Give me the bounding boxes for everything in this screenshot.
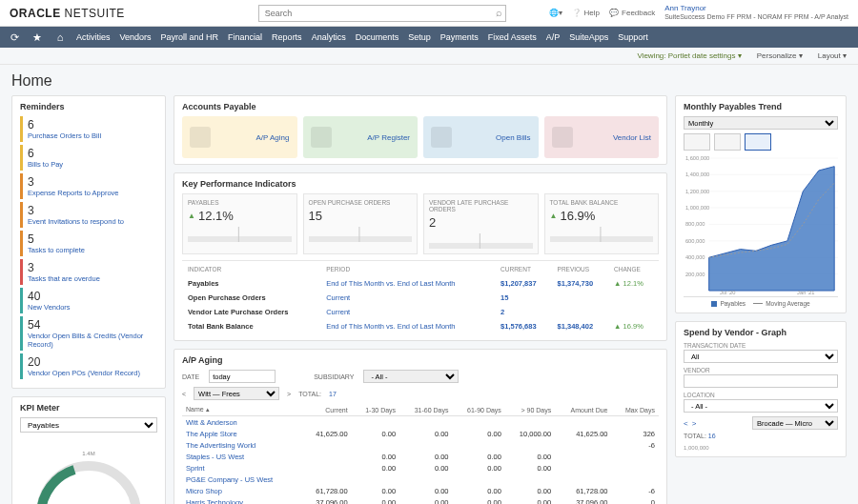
aging-row[interactable]: PG&E Company - US West [182, 474, 659, 485]
star-icon[interactable]: ★ [31, 31, 44, 44]
nav-fixed-assets[interactable]: Fixed Assets [488, 32, 537, 42]
kpi-card: TOTAL BANK BALANCE16.9% [544, 193, 660, 254]
ap-title: Accounts Payable [182, 102, 659, 111]
feedback-link[interactable]: 💬 Feedback [609, 9, 655, 17]
ap-card-icon [190, 127, 211, 148]
reminder-item[interactable]: 54Vendor Open Bills & Credits (Vendor Re… [20, 316, 157, 351]
aging-table: Name ▴Current1-30 Days31-60 Days61-90 Da… [182, 404, 659, 504]
reminder-item[interactable]: 5Tasks to complete [20, 231, 157, 256]
kpi-table: INDICATORPERIODCURRENTPREVIOUSCHANGE Pay… [182, 260, 659, 334]
spend-range[interactable]: Brocade — Micro [752, 416, 838, 430]
trend-tab-3[interactable] [745, 133, 771, 151]
col-right: Monthly Payables Trend Monthly 200,00040… [675, 95, 847, 504]
spend-next[interactable]: > [692, 419, 697, 428]
nav-support[interactable]: Support [618, 32, 648, 42]
trend-tabs [684, 133, 838, 151]
nav-payroll[interactable]: Payroll and HR [161, 32, 219, 42]
reminder-item[interactable]: 6Bills to Pay [20, 145, 157, 171]
ap-card[interactable]: A/P Register [303, 116, 419, 158]
nav-financial[interactable]: Financial [228, 32, 262, 42]
aging-next[interactable]: > [287, 391, 291, 397]
reminder-item[interactable]: 3Expense Reports to Approve [20, 173, 157, 199]
kpi-card: PAYABLES12.1% [182, 193, 297, 254]
trend-period-select[interactable]: Monthly [684, 116, 838, 130]
svg-text:Jan '21: Jan '21 [797, 290, 814, 295]
recent-icon[interactable]: ⟳ [8, 31, 21, 44]
svg-text:1,600,000: 1,600,000 [685, 155, 710, 161]
svg-text:800,000: 800,000 [685, 221, 705, 227]
help-link[interactable]: ❔ Help [572, 9, 600, 17]
topbar: ORACLE NETSUITE ⌕ 🌐▾ ❔ Help 💬 Feedback A… [0, 0, 858, 27]
nav-analytics[interactable]: Analytics [312, 32, 346, 42]
aging-row[interactable]: Micro Shop61,728.000.000.000.000.0061,72… [182, 485, 659, 496]
globe-icon[interactable]: 🌐▾ [549, 9, 562, 17]
trend-portlet: Monthly Payables Trend Monthly 200,00040… [675, 95, 847, 313]
nav-reports[interactable]: Reports [272, 32, 302, 42]
user-block[interactable]: Ann Traynor SuiteSuccess Demo FF PRM - N… [664, 5, 848, 20]
svg-text:1,400,000: 1,400,000 [685, 171, 710, 177]
reminders-portlet: Reminders 6Purchase Orders to Bill6Bills… [11, 95, 166, 389]
spend-nav: < > Brocade — Micro [684, 416, 838, 430]
gauge-peak: 1.4M [82, 451, 94, 456]
aging-row[interactable]: The Advertising World-6 [182, 439, 659, 451]
aging-subsidiary-label: SUBSIDIARY [314, 373, 354, 380]
kpi-meter-title: KPI Meter [20, 403, 157, 413]
nav-ap[interactable]: A/P [546, 32, 561, 42]
kpi-row: PayablesEnd of This Month vs. End of Las… [184, 277, 657, 290]
spend-vendor-input[interactable] [684, 374, 838, 388]
nav-payments[interactable]: Payments [440, 32, 479, 42]
aging-date-input[interactable] [209, 370, 276, 383]
aging-row[interactable]: Sprint0.000.000.000.00 [182, 462, 659, 474]
aging-row[interactable]: Witt & Anderson [182, 416, 659, 429]
ap-card[interactable]: Vendor List [544, 116, 660, 158]
reminder-item[interactable]: 3Tasks that are overdue [20, 259, 157, 285]
ap-card[interactable]: A/P Aging [182, 116, 297, 158]
layout: Reminders 6Purchase Orders to Bill6Bills… [11, 95, 847, 504]
user-role: SuiteSuccess Demo FF PRM - NORAM FF PRM … [664, 13, 848, 21]
trend-tab-1[interactable] [684, 133, 710, 151]
home-icon[interactable]: ⌂ [53, 31, 67, 43]
aging-prev[interactable]: < [182, 391, 186, 397]
ap-card-icon [552, 127, 573, 148]
spend-loc-select[interactable]: - All - [684, 399, 838, 413]
gauge: 1.4M $1.2M PAYABLES 0 4.1M [20, 433, 157, 504]
aging-portlet: A/P Aging DATE SUBSIDIARY - All - < Witt… [174, 349, 667, 504]
trend-tab-2[interactable] [714, 133, 741, 151]
reminder-item[interactable]: 3Event Invitations to respond to [20, 202, 157, 228]
svg-text:600,000: 600,000 [685, 238, 705, 244]
aging-date-label: DATE [182, 373, 199, 380]
spend-trans-select[interactable]: All [684, 350, 838, 363]
aging-subsidiary-select[interactable]: - All - [363, 370, 459, 383]
reminder-item[interactable]: 6Purchase Orders to Bill [20, 116, 157, 142]
search-input[interactable] [258, 5, 506, 22]
trend-title: Monthly Payables Trend [684, 102, 838, 111]
navbar: ⟳ ★ ⌂ Activities Vendors Payroll and HR … [0, 27, 858, 48]
aging-total-label: TOTAL: [298, 391, 321, 397]
svg-text:1,000,000: 1,000,000 [685, 205, 710, 211]
viewing-settings[interactable]: Viewing: Portlet date settings ▾ [637, 51, 741, 60]
layout-link[interactable]: Layout ▾ [818, 51, 847, 60]
ap-card[interactable]: Open Bills [423, 116, 539, 158]
kpi-row: Open Purchase OrdersCurrent15 [184, 292, 657, 304]
aging-filter[interactable]: Witt — Frees [194, 387, 279, 400]
kpi-card: VENDOR LATE PURCHASE ORDERS2 [423, 193, 539, 254]
aging-row[interactable]: The Apple Store41,625.000.000.000.0010,0… [182, 428, 659, 439]
aging-row[interactable]: Staples - US West0.000.000.000.00 [182, 451, 659, 462]
kpi-card: OPEN PURCHASE ORDERS15 [303, 193, 419, 254]
nav-vendors[interactable]: Vendors [120, 32, 152, 42]
nav-documents[interactable]: Documents [356, 32, 399, 42]
kpi-meter-select[interactable]: Payables [20, 417, 157, 433]
kpi-row: Vendor Late Purchase OrdersCurrent2 [184, 306, 657, 318]
nav-setup[interactable]: Setup [408, 32, 431, 42]
reminder-item[interactable]: 40New Vendors [20, 288, 157, 313]
nav-suiteapps[interactable]: SuiteApps [569, 32, 608, 42]
reminder-item[interactable]: 20Vendor Open POs (Vendor Record) [20, 353, 157, 379]
spend-prev[interactable]: < [684, 419, 688, 428]
kpi-row: Total Bank BalanceEnd of This Month vs. … [184, 320, 657, 333]
aging-row[interactable]: Harris Technology37,096.000.000.000.000.… [182, 496, 659, 504]
nav-activities[interactable]: Activities [76, 32, 111, 42]
aging-subrow: < Witt — Frees > TOTAL: 17 [182, 387, 659, 400]
personalize-link[interactable]: Personalize ▾ [757, 51, 803, 60]
aging-controls: DATE SUBSIDIARY - All - [182, 370, 659, 383]
search-icon[interactable]: ⌕ [496, 7, 502, 18]
